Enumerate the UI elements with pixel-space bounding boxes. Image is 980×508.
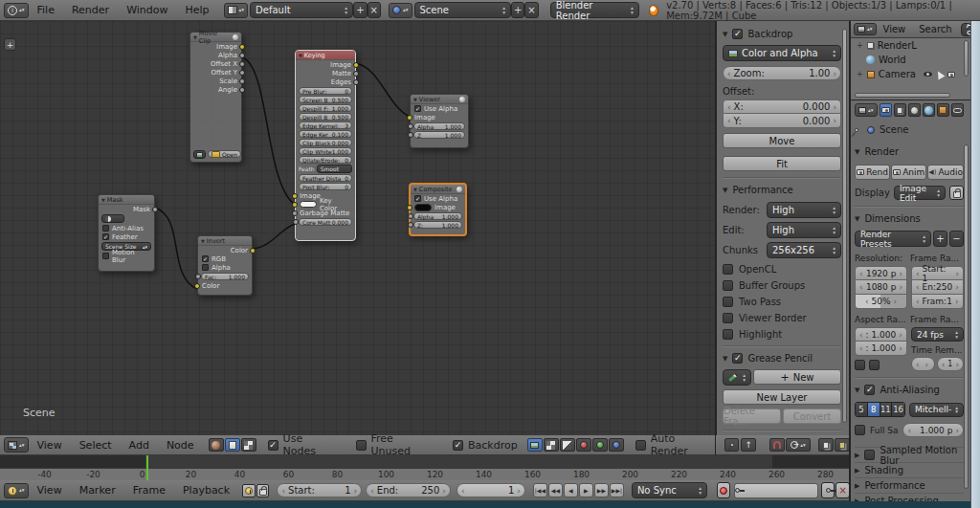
shader-nodes-button[interactable] [209,438,224,452]
socket-image-in[interactable] [407,205,412,210]
render-button[interactable]: Rend [855,165,890,180]
node-keying[interactable]: ▼Keying Image Matte Edges Pre Blur:0 Scr… [295,50,356,241]
fps-select[interactable]: 24 fps [911,327,964,342]
frame-step-field[interactable]: Fram:1 [911,295,964,309]
alpha-slider[interactable]: Alpha1.000 [413,212,462,220]
add-layout-button[interactable]: + [353,2,367,18]
current-frame-playhead[interactable] [146,455,148,480]
start-frame-field[interactable]: Start:1 [277,483,362,497]
node-composite-header[interactable]: ▼Composite [411,185,465,194]
edit-quality-select[interactable]: High [767,222,841,238]
grease-pencil-panel-header[interactable]: ▼✓ Grease Pencil [723,353,841,364]
frame-start-field[interactable]: Start: 1 [911,266,964,280]
delete-frame-button[interactable]: Delete Fra... [723,409,781,424]
dimensions-panel-header[interactable]: ▼Dimensions [855,213,964,224]
selectability-cursor-icon[interactable] [934,69,945,79]
grease-pencil-new-button[interactable]: +New [753,369,841,385]
anti-aliasing-panel-header[interactable]: ▼✓ Anti-Aliasing [855,385,964,395]
backdrop-alpha-button[interactable] [560,438,575,452]
aa-samples-8[interactable]: 8 [868,403,880,416]
grease-pencil-datablock-select[interactable] [723,369,751,386]
menu-item[interactable]: View [29,439,71,452]
keying-param-slider[interactable]: Edge Kernel:3 [299,121,352,129]
backdrop-fit-button[interactable]: Fit [723,156,841,171]
use-nodes-toggle[interactable]: ✓Use Nodes [268,432,337,457]
compositing-nodes-button[interactable] [225,438,240,452]
backdrop-r-button[interactable] [576,438,591,452]
visibility-eye-icon[interactable] [924,72,932,77]
socket-offsety-out[interactable] [239,70,245,76]
backdrop-channel-select[interactable]: Color and Alpha [723,45,841,61]
aa-samples-16[interactable]: 16 [892,403,904,416]
keying-param-slider[interactable]: Despill F:1.000 [299,104,352,112]
renderability-camera-icon[interactable] [947,72,955,77]
backdrop-b-button[interactable] [609,438,624,452]
socket-alpha-in[interactable] [408,123,413,129]
option-checkbox[interactable]: ✓ [723,297,733,307]
performance-panel-header[interactable]: ▼Performance [723,185,841,195]
node-movie-clip-header[interactable]: ▼ Movie Clip [190,33,241,42]
socket-offsetx-out[interactable] [239,61,245,67]
key-color-swatch[interactable] [300,201,317,208]
feather-falloff-select[interactable]: Smoot [317,165,352,173]
node-editor-canvas[interactable]: + Scene ▼ Movie Clip Image Alpha Offset … [0,21,716,435]
keying-param-slider[interactable]: Clip White1.000 [299,147,352,155]
add-preset-button[interactable]: + [933,231,947,247]
render-quality-select[interactable]: High [767,202,841,218]
lock-interface-button[interactable] [949,186,964,200]
chunks-select[interactable]: 256x256 [767,242,841,258]
z-slider[interactable]: Z1.000 [413,131,465,139]
socket-edges-out[interactable] [353,79,359,85]
grease-pencil-checkbox[interactable]: ✓ [732,353,743,364]
playback-button[interactable]: ◀◀ [548,483,563,497]
playback-button[interactable]: ▶ [579,483,593,497]
aa-samples-5[interactable]: 5 [856,403,868,416]
timeline-band[interactable] [0,455,850,468]
backdrop-offset-x[interactable]: X:0.000 [723,99,841,114]
feather-checkbox[interactable]: ✓ [102,233,109,240]
fac-slider[interactable]: Fac:1.000 [201,273,249,280]
auto-render-checkbox[interactable]: ✓ [635,440,646,451]
option-checkbox[interactable]: ✓ [723,280,733,291]
motion-blur-checkbox[interactable]: ✓ [864,450,875,460]
backdrop-panel-header[interactable]: ▼✓ Backdrop [723,29,841,39]
menu-item[interactable]: File [29,4,63,16]
menu-item[interactable]: Frame [124,484,174,497]
socket-image-in[interactable] [407,115,412,121]
backdrop-enable-checkbox[interactable]: ✓ [732,29,743,39]
playback-button[interactable]: ◀ [564,483,578,497]
playback-button[interactable]: |◀◀ [533,483,547,497]
menu-item[interactable]: Help [177,4,218,16]
alpha-checkbox[interactable]: ✓ [202,264,209,271]
menu-item[interactable]: Marker [71,484,124,497]
node-invert[interactable]: ▼Invert Color ✓RGB ✓Alpha Fac:1.000 Colo… [197,235,253,296]
backdrop-move-button[interactable]: Move [723,133,841,148]
option-checkbox[interactable]: ✓ [723,329,733,340]
socket-matte-out[interactable] [353,71,359,77]
menu-item[interactable]: Select [71,439,121,452]
performance-panel[interactable]: ▶Performance [855,477,964,493]
new-layer-button[interactable]: New Layer [723,389,841,405]
menu-item[interactable]: Node [158,439,203,452]
socket-image-in[interactable] [292,193,298,199]
keying-param-slider[interactable]: Feather Dista0 [299,174,352,182]
node-viewer-header[interactable]: ▼Viewer [411,95,468,104]
menu-item[interactable]: Playback [174,484,238,497]
scene-name-field[interactable]: Scene [414,2,511,18]
menu-item[interactable]: Render [63,4,118,16]
lock-time-button[interactable] [256,484,270,497]
keying-param-slider[interactable]: Post Blur:0 [299,183,352,190]
keying-param-slider[interactable]: Dilate/Erode:0 [299,156,352,164]
delete-keyframe-button[interactable]: × [835,482,850,498]
socket-image-out[interactable] [239,44,245,50]
backdrop-offset-y[interactable]: Y:0.000 [723,114,841,128]
menu-item[interactable]: View [877,24,913,34]
socket-scale-out[interactable] [239,78,245,84]
outliner-item-world[interactable]: World [851,53,970,67]
sampled-motion-blur-panel[interactable]: ▶✓ Sampled Motion Blur [855,447,964,462]
pin-icon[interactable] [854,127,859,133]
render-presets-select[interactable]: Render Presets [855,231,931,247]
node-editor-selector[interactable]: ▴▾ [4,437,29,453]
aa-samples-11[interactable]: 11 [880,403,893,416]
border-checkbox[interactable]: ✓ [855,360,865,370]
